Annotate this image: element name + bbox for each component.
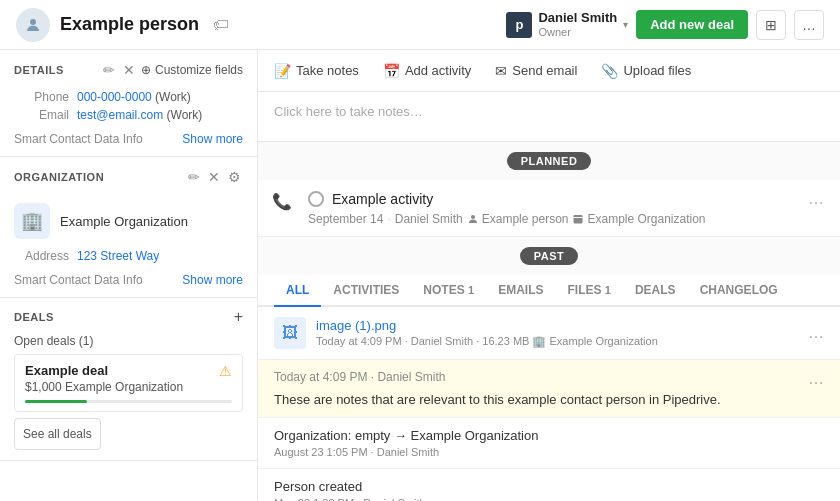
tab-changelog[interactable]: CHANGELOG bbox=[688, 275, 790, 307]
deal-name[interactable]: Example deal bbox=[25, 363, 183, 378]
svg-rect-2 bbox=[574, 215, 583, 224]
file-menu-button[interactable]: … bbox=[808, 324, 824, 342]
changelog-title-1: Organization: empty → Example Organizati… bbox=[274, 428, 824, 443]
file-info: image (1).png Today at 4:09 PM · Daniel … bbox=[316, 318, 798, 348]
svg-point-1 bbox=[471, 215, 475, 219]
tab-deals[interactable]: DEALS bbox=[623, 275, 688, 307]
sidebar: DETAILS ✏ ✕ ⊕ Customize fields Phone 000… bbox=[0, 50, 258, 501]
edit-org-button[interactable]: ✏ bbox=[186, 167, 202, 187]
smart-contact-label: Smart Contact Data Info bbox=[14, 132, 143, 146]
smart-contact-info: Smart Contact Data Info Show more bbox=[14, 124, 243, 146]
tab-notes[interactable]: NOTES 1 bbox=[411, 275, 486, 307]
notes-icon: 📝 bbox=[274, 63, 291, 79]
organization-section: ORGANIZATION ✏ ✕ ⚙ 🏢 Example Organizatio… bbox=[0, 157, 257, 298]
org-name[interactable]: Example Organization bbox=[60, 214, 188, 229]
tab-all[interactable]: ALL bbox=[274, 275, 321, 307]
address-label: Address bbox=[14, 249, 69, 263]
file-meta: Today at 4:09 PM · Daniel Smith · 16.23 … bbox=[316, 335, 798, 348]
activity-complete-checkbox[interactable] bbox=[308, 191, 324, 207]
activity-contact: Example person bbox=[482, 212, 569, 226]
org-address-row: Address 123 Street Way bbox=[14, 247, 243, 265]
add-activity-button[interactable]: 📅 Add activity bbox=[371, 50, 483, 92]
changelog-title-2: Person created bbox=[274, 479, 824, 494]
address-value[interactable]: 123 Street Way bbox=[77, 249, 159, 263]
close-org-button[interactable]: ✕ bbox=[206, 167, 222, 187]
phone-activity-icon: 📞 bbox=[272, 192, 292, 211]
changelog-item-1: Organization: empty → Example Organizati… bbox=[258, 418, 840, 469]
header-left: Example person 🏷 bbox=[16, 8, 229, 42]
deal-progress-bar bbox=[25, 400, 87, 403]
tab-files[interactable]: FILES 1 bbox=[555, 275, 622, 307]
org-smart-contact-label: Smart Contact Data Info bbox=[14, 273, 143, 287]
note-meta: Today at 4:09 PM · Daniel Smith … bbox=[274, 370, 824, 388]
activity-org: Example Organization bbox=[587, 212, 705, 226]
header: Example person 🏷 p Daniel Smith Owner ▾ … bbox=[0, 0, 840, 50]
deals-header: DEALS + bbox=[14, 308, 243, 326]
email-label: Email bbox=[14, 108, 69, 122]
tag-icon[interactable]: 🏷 bbox=[213, 16, 229, 34]
email-value[interactable]: test@email.com bbox=[77, 108, 163, 122]
chevron-down-icon[interactable]: ▾ bbox=[623, 19, 628, 30]
grid-icon-button[interactable]: ⊞ bbox=[756, 10, 786, 40]
add-deal-button[interactable]: + bbox=[234, 308, 243, 326]
planned-badge-row: PLANNED bbox=[258, 142, 840, 180]
close-details-button[interactable]: ✕ bbox=[121, 60, 137, 80]
activity-feed: PLANNED 📞 Example activity … September 1… bbox=[258, 142, 840, 501]
deal-progress-bar-container bbox=[25, 400, 232, 403]
send-email-button[interactable]: ✉ Send email bbox=[483, 50, 589, 92]
phone-field-row: Phone 000-000-0000 (Work) bbox=[14, 88, 243, 106]
past-badge-row: PAST bbox=[258, 237, 840, 275]
customize-icon: ⊕ bbox=[141, 63, 151, 77]
tab-activities[interactable]: ACTIVITIES bbox=[321, 275, 411, 307]
phone-value[interactable]: 000-000-0000 bbox=[77, 90, 152, 104]
settings-org-button[interactable]: ⚙ bbox=[226, 167, 243, 187]
svg-point-0 bbox=[30, 19, 36, 25]
customize-fields-button[interactable]: ⊕ Customize fields bbox=[141, 63, 243, 77]
user-role: Owner bbox=[538, 26, 617, 39]
add-new-deal-button[interactable]: Add new deal bbox=[636, 10, 748, 39]
more-options-button[interactable]: … bbox=[794, 10, 824, 40]
details-actions: ✏ ✕ ⊕ Customize fields bbox=[101, 60, 243, 80]
file-list-item: 🖼 image (1).png Today at 4:09 PM · Danie… bbox=[258, 307, 840, 360]
see-all-deals-button[interactable]: See all deals bbox=[14, 418, 101, 450]
details-section: DETAILS ✏ ✕ ⊕ Customize fields Phone 000… bbox=[0, 50, 257, 157]
email-type: (Work) bbox=[163, 108, 202, 122]
main-layout: DETAILS ✏ ✕ ⊕ Customize fields Phone 000… bbox=[0, 50, 840, 501]
activity-name: Example activity bbox=[332, 191, 433, 207]
deal-card-header: Example deal $1,000 Example Organization… bbox=[25, 363, 232, 394]
activity-date: September 14 bbox=[308, 212, 383, 226]
take-notes-button[interactable]: 📝 Take notes bbox=[274, 50, 371, 92]
changelog-item-2: Person created May 22 1:22 PM · Daniel S… bbox=[258, 469, 840, 501]
activity-menu-button[interactable]: … bbox=[808, 190, 824, 208]
show-more-link[interactable]: Show more bbox=[182, 132, 243, 146]
details-title: DETAILS bbox=[14, 64, 64, 76]
phone-label: Phone bbox=[14, 90, 69, 104]
changelog-meta-1: August 23 1:05 PM · Daniel Smith bbox=[274, 446, 824, 458]
deal-amount: $1,000 Example Organization bbox=[25, 380, 183, 394]
org-actions: ✏ ✕ ⚙ bbox=[186, 167, 243, 187]
upload-files-button[interactable]: 📎 Upload files bbox=[589, 50, 703, 92]
panel-toolbar: 📝 Take notes 📅 Add activity ✉ Send email… bbox=[258, 50, 840, 92]
header-right: p Daniel Smith Owner ▾ Add new deal ⊞ … bbox=[506, 10, 824, 40]
org-card: 🏢 Example Organization bbox=[14, 195, 243, 247]
org-show-more-link[interactable]: Show more bbox=[182, 273, 243, 287]
note-menu-button[interactable]: … bbox=[808, 370, 824, 388]
open-deals-label: Open deals (1) bbox=[14, 334, 243, 348]
activity-meta: September 14 · Daniel Smith Example pers… bbox=[308, 212, 824, 226]
note-text: These are notes that are relevant to thi… bbox=[274, 392, 824, 407]
details-header: DETAILS ✏ ✕ ⊕ Customize fields bbox=[14, 60, 243, 80]
phone-type: (Work) bbox=[152, 90, 191, 104]
past-badge: PAST bbox=[520, 247, 579, 265]
org-icon: 🏢 bbox=[14, 203, 50, 239]
tab-emails[interactable]: EMAILS bbox=[486, 275, 555, 307]
activity-person: Daniel Smith bbox=[395, 212, 463, 226]
file-thumbnail: 🖼 bbox=[274, 317, 306, 349]
file-name[interactable]: image (1).png bbox=[316, 318, 798, 333]
notes-placeholder: Click here to take notes… bbox=[274, 104, 423, 119]
notes-area[interactable]: Click here to take notes… bbox=[258, 92, 840, 142]
edit-details-button[interactable]: ✏ bbox=[101, 60, 117, 80]
activity-icon: 📅 bbox=[383, 63, 400, 79]
user-badge: p Daniel Smith Owner ▾ bbox=[506, 10, 628, 39]
org-title: ORGANIZATION bbox=[14, 171, 104, 183]
tabs-row: ALL ACTIVITIES NOTES 1 EMAILS FILES 1 DE… bbox=[258, 275, 840, 307]
